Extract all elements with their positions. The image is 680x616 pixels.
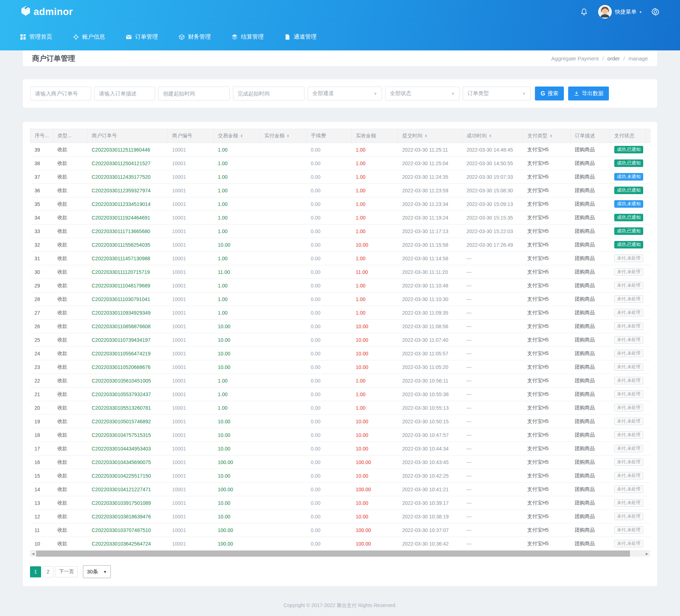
cell-paidAmount [260,510,307,523]
app-logo[interactable]: adminor [20,5,73,18]
horizontal-scrollbar[interactable]: ◀ ▶ [30,551,650,557]
cell-blank [646,401,650,415]
cell-payStatus: 未付,未处理 [610,388,646,401]
cell-payStatus: 成功,未通知 [610,170,646,184]
cell-paidAmount [260,469,307,483]
cell-payType: 支付宝H5 [523,442,571,455]
cell-orderNo[interactable]: C20220330111713665680 [88,225,168,238]
finish-start-time-input[interactable] [233,87,304,100]
cell-successTime: --- [462,510,523,523]
cell-submitTime: 2022-03-30 11:05:57 [398,347,462,360]
cell-orderNo[interactable]: C20220330105015746892 [88,415,168,428]
cell-orderNo[interactable]: C20220330111030791041 [88,292,168,306]
column-header-payType[interactable]: 支付类型▲▼ [523,129,571,143]
page-button-2[interactable]: 2 [43,566,54,577]
nav-item-finance[interactable]: 财务管理 [179,33,211,41]
scroll-right-arrow-icon[interactable]: ▶ [644,551,650,557]
page-button-1[interactable]: 1 [30,566,41,577]
cell-orderNo[interactable]: C20220330111048179689 [88,279,168,292]
cell-amount: 1.00 [214,292,260,306]
search-button[interactable]: G 搜索 [535,87,564,100]
user-menu[interactable]: 快捷菜单 ▾ [598,5,641,19]
cell-orderNo[interactable]: C20220330104434953403 [88,442,168,455]
cell-orderNo[interactable]: C20220330104345690075 [88,455,168,469]
cell-orderNo[interactable]: C20220330112511960446 [88,143,168,157]
cell-orderDesc: 团购商品 [571,469,610,483]
cell-orderNo[interactable]: C20220330112504121527 [88,157,168,170]
cell-fee: 0.00 [307,184,352,197]
cell-blank [646,292,650,306]
cell-orderNo[interactable]: C20220330110520688676 [88,360,168,374]
cell-payStatus: 成功,已通知 [610,157,646,170]
cell-orderDesc: 团购商品 [571,388,610,401]
nav-item-account[interactable]: 账户信息 [73,33,105,41]
sort-arrows-icon[interactable]: ▲▼ [489,134,492,138]
scrollbar-thumb[interactable] [36,551,630,557]
merchant-order-no-input[interactable] [30,87,91,100]
column-header-successTime[interactable]: 成功时间▲▼ [462,129,523,143]
order-desc-input[interactable] [94,87,155,100]
cell-orderNo[interactable]: C20220330111457130988 [88,252,168,265]
nav-item-label: 通道管理 [294,33,317,41]
breadcrumb-item[interactable]: manage [629,55,648,61]
cell-orderNo[interactable]: C20220330111558254035 [88,238,168,252]
cell-orderNo[interactable]: C20220330105513260781 [88,401,168,415]
column-header-submitTime[interactable]: 提交时间▲▼ [398,129,462,143]
sort-arrows-icon[interactable]: ▲▼ [550,134,552,138]
cell-orderNo[interactable]: C20220330105610451005 [88,374,168,388]
cell-payStatus: 未付,未处理 [610,374,646,388]
cell-orderNo[interactable]: C20220330111924464691 [88,211,168,225]
nav-item-channel[interactable]: 通道管理 [284,33,317,41]
sort-arrows-icon[interactable]: ▲▼ [240,134,243,138]
cell-orderNo[interactable]: C20220330104757515315 [88,428,168,442]
cell-orderNo[interactable]: C20220330103818639476 [88,510,168,523]
cell-type: 收款 [53,537,88,551]
cell-orderNo[interactable]: C20220330112359327974 [88,184,168,197]
status-badge: 未付,未处理 [614,458,644,466]
status-badge: 未付,未处理 [614,255,644,262]
cell-orderNo[interactable]: C20220330112334519014 [88,197,168,211]
cell-successTime: --- [462,442,523,455]
create-start-time-input[interactable] [158,87,230,100]
cell-orderNo[interactable]: C20220330103707487510 [88,523,168,537]
next-page-button[interactable]: 下一页 [55,566,78,577]
cell-orderNo[interactable]: C20220330105537932437 [88,388,168,401]
cell-orderNo[interactable]: C20220330110739434197 [88,333,168,347]
cell-successTime: 2022-03-30 14:50:55 [462,157,523,170]
cell-receivedAmount: 1.00 [352,401,398,415]
sort-arrows-icon[interactable]: ▲▼ [425,134,427,138]
column-header-merchantId: 商户编号 [168,129,214,143]
cell-payType: 支付宝H5 [523,415,571,428]
cell-idx: 10 [30,537,53,551]
nav-item-home[interactable]: 管理首页 [20,33,52,41]
column-header-orderDesc: 订单描述 [571,129,610,143]
gear-icon[interactable] [651,7,660,16]
cell-orderNo[interactable]: C20220330104225517150 [88,469,168,483]
scroll-left-arrow-icon[interactable]: ◀ [30,551,36,557]
cell-receivedAmount: 100.00 [352,523,398,537]
bell-icon[interactable] [580,7,589,16]
cell-orderNo[interactable]: C20220330104121227471 [88,483,168,496]
status-select[interactable]: 全部状态▼ [385,87,460,100]
export-button[interactable]: 导出数据 [568,87,609,100]
table-row: 26收款C202203301108568766081000110.000.001… [30,320,650,333]
cell-orderNo[interactable]: C20220330111120715719 [88,265,168,279]
nav-item-order[interactable]: 订单管理 [126,33,158,41]
cell-receivedAmount: 10.00 [352,469,398,483]
cell-orderNo[interactable]: C20220330103642564724 [88,537,168,551]
cell-orderNo[interactable]: C20220330112435177520 [88,170,168,184]
cell-orderDesc: 团购商品 [571,537,610,551]
cell-orderNo[interactable]: C20220330110856876608 [88,320,168,333]
sort-arrows-icon[interactable]: ▲▼ [287,134,289,138]
nav-item-settlement[interactable]: 结算管理 [232,33,264,41]
page-size-select[interactable]: 30条 ▼ [83,565,111,578]
cell-orderNo[interactable]: C20220330110556474219 [88,347,168,360]
breadcrumb-item[interactable]: order [607,55,620,61]
order-type-select[interactable]: 订单类型▼ [463,87,531,100]
column-header-amount[interactable]: 交易金额▲▼ [214,129,260,143]
footer-copyright: Copyright © 2017-2022 聚合支付 Rights Reserv… [0,602,680,609]
channel-select[interactable]: 全部通道▼ [308,87,382,100]
cell-orderNo[interactable]: C20220330110934929349 [88,306,168,320]
column-header-paidAmount[interactable]: 实付金额▲▼ [260,129,307,143]
cell-orderNo[interactable]: C20220330103917501089 [88,496,168,510]
